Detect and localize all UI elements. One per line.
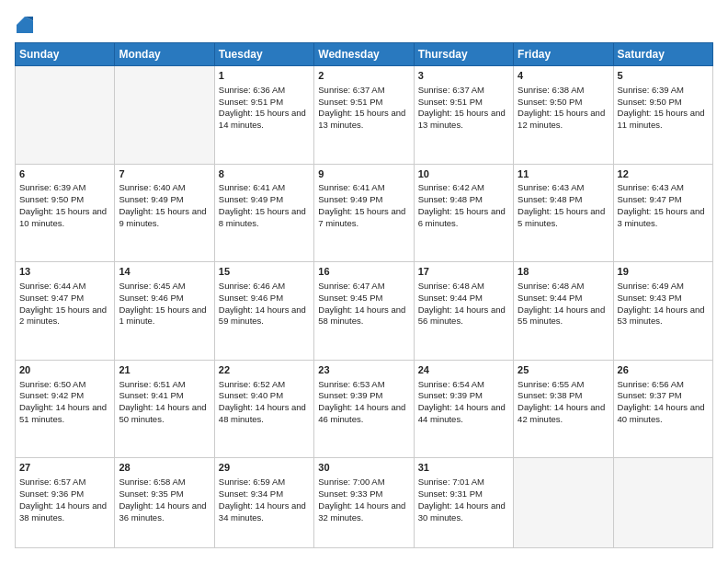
day-info: Sunrise: 6:37 AMSunset: 9:51 PMDaylight:… xyxy=(318,85,405,130)
page: SundayMondayTuesdayWednesdayThursdayFrid… xyxy=(0,0,728,563)
day-info: Sunrise: 7:00 AMSunset: 9:33 PMDaylight:… xyxy=(318,477,405,522)
calendar-cell: 2Sunrise: 6:37 AMSunset: 9:51 PMDaylight… xyxy=(314,66,414,165)
calendar-cell: 5Sunrise: 6:39 AMSunset: 9:50 PMDaylight… xyxy=(613,66,712,165)
calendar-cell: 25Sunrise: 6:55 AMSunset: 9:38 PMDayligh… xyxy=(514,360,613,458)
calendar-cell: 31Sunrise: 7:01 AMSunset: 9:31 PMDayligh… xyxy=(414,458,513,548)
day-of-week-header: Friday xyxy=(514,43,613,66)
day-info: Sunrise: 6:51 AMSunset: 9:41 PMDaylight:… xyxy=(119,379,206,424)
day-number: 20 xyxy=(19,363,110,377)
day-number: 6 xyxy=(19,167,110,181)
calendar-header-row: SundayMondayTuesdayWednesdayThursdayFrid… xyxy=(16,43,713,66)
day-number: 24 xyxy=(418,363,509,377)
day-info: Sunrise: 6:47 AMSunset: 9:45 PMDaylight:… xyxy=(318,281,405,326)
calendar-cell: 3Sunrise: 6:37 AMSunset: 9:51 PMDaylight… xyxy=(414,66,513,165)
day-number: 1 xyxy=(219,69,310,83)
calendar-cell: 30Sunrise: 7:00 AMSunset: 9:33 PMDayligh… xyxy=(314,458,414,548)
day-info: Sunrise: 6:37 AMSunset: 9:51 PMDaylight:… xyxy=(418,85,506,130)
day-number: 18 xyxy=(518,265,609,279)
calendar-cell: 22Sunrise: 6:52 AMSunset: 9:40 PMDayligh… xyxy=(214,360,313,458)
calendar-week-row: 6Sunrise: 6:39 AMSunset: 9:50 PMDaylight… xyxy=(16,164,713,262)
day-number: 16 xyxy=(318,265,409,279)
calendar-cell: 16Sunrise: 6:47 AMSunset: 9:45 PMDayligh… xyxy=(314,262,414,361)
calendar-cell: 17Sunrise: 6:48 AMSunset: 9:44 PMDayligh… xyxy=(414,262,513,361)
day-number: 4 xyxy=(518,69,609,83)
day-number: 5 xyxy=(618,69,709,83)
calendar-cell: 27Sunrise: 6:57 AMSunset: 9:36 PMDayligh… xyxy=(16,458,115,548)
day-number: 11 xyxy=(518,167,609,181)
day-info: Sunrise: 6:55 AMSunset: 9:38 PMDaylight:… xyxy=(518,379,605,424)
logo-icon xyxy=(17,17,33,33)
day-info: Sunrise: 6:46 AMSunset: 9:46 PMDaylight:… xyxy=(219,281,306,326)
day-number: 26 xyxy=(618,363,709,377)
calendar-cell: 29Sunrise: 6:59 AMSunset: 9:34 PMDayligh… xyxy=(214,458,313,548)
day-info: Sunrise: 6:58 AMSunset: 9:35 PMDaylight:… xyxy=(119,477,206,522)
day-info: Sunrise: 7:01 AMSunset: 9:31 PMDaylight:… xyxy=(418,477,506,522)
day-number: 13 xyxy=(19,265,110,279)
day-info: Sunrise: 6:50 AMSunset: 9:42 PMDaylight:… xyxy=(19,379,107,424)
calendar-cell: 28Sunrise: 6:58 AMSunset: 9:35 PMDayligh… xyxy=(115,458,214,548)
day-number: 3 xyxy=(418,69,509,83)
day-of-week-header: Thursday xyxy=(414,43,513,66)
day-info: Sunrise: 6:57 AMSunset: 9:36 PMDaylight:… xyxy=(19,477,107,522)
day-info: Sunrise: 6:42 AMSunset: 9:48 PMDaylight:… xyxy=(418,182,506,227)
calendar-cell xyxy=(613,458,712,548)
calendar-cell: 20Sunrise: 6:50 AMSunset: 9:42 PMDayligh… xyxy=(16,360,115,458)
calendar-cell: 9Sunrise: 6:41 AMSunset: 9:49 PMDaylight… xyxy=(314,164,414,262)
calendar-cell: 7Sunrise: 6:40 AMSunset: 9:49 PMDaylight… xyxy=(115,164,214,262)
day-info: Sunrise: 6:39 AMSunset: 9:50 PMDaylight:… xyxy=(19,182,107,227)
day-info: Sunrise: 6:39 AMSunset: 9:50 PMDaylight:… xyxy=(618,85,705,130)
day-number: 19 xyxy=(618,265,709,279)
calendar-cell: 6Sunrise: 6:39 AMSunset: 9:50 PMDaylight… xyxy=(16,164,115,262)
day-info: Sunrise: 6:41 AMSunset: 9:49 PMDaylight:… xyxy=(318,182,405,227)
day-number: 17 xyxy=(418,265,509,279)
day-info: Sunrise: 6:40 AMSunset: 9:49 PMDaylight:… xyxy=(119,182,206,227)
day-number: 23 xyxy=(318,363,409,377)
calendar-cell: 24Sunrise: 6:54 AMSunset: 9:39 PMDayligh… xyxy=(414,360,513,458)
day-number: 22 xyxy=(219,363,310,377)
calendar-cell: 4Sunrise: 6:38 AMSunset: 9:50 PMDaylight… xyxy=(514,66,613,165)
day-number: 14 xyxy=(119,265,210,279)
day-number: 15 xyxy=(219,265,310,279)
calendar-cell: 26Sunrise: 6:56 AMSunset: 9:37 PMDayligh… xyxy=(613,360,712,458)
day-info: Sunrise: 6:48 AMSunset: 9:44 PMDaylight:… xyxy=(418,281,506,326)
day-info: Sunrise: 6:53 AMSunset: 9:39 PMDaylight:… xyxy=(318,379,405,424)
header xyxy=(15,15,713,33)
day-info: Sunrise: 6:45 AMSunset: 9:46 PMDaylight:… xyxy=(119,281,206,326)
day-number: 8 xyxy=(219,167,310,181)
day-info: Sunrise: 6:49 AMSunset: 9:43 PMDaylight:… xyxy=(618,281,705,326)
day-info: Sunrise: 6:38 AMSunset: 9:50 PMDaylight:… xyxy=(518,85,605,130)
calendar-cell: 1Sunrise: 6:36 AMSunset: 9:51 PMDaylight… xyxy=(214,66,313,165)
calendar-cell: 12Sunrise: 6:43 AMSunset: 9:47 PMDayligh… xyxy=(613,164,712,262)
calendar-week-row: 13Sunrise: 6:44 AMSunset: 9:47 PMDayligh… xyxy=(16,262,713,361)
calendar-cell: 23Sunrise: 6:53 AMSunset: 9:39 PMDayligh… xyxy=(314,360,414,458)
day-of-week-header: Sunday xyxy=(16,43,115,66)
calendar-cell: 18Sunrise: 6:48 AMSunset: 9:44 PMDayligh… xyxy=(514,262,613,361)
day-info: Sunrise: 6:41 AMSunset: 9:49 PMDaylight:… xyxy=(219,182,306,227)
day-number: 31 xyxy=(418,461,509,475)
calendar-cell xyxy=(514,458,613,548)
calendar-cell xyxy=(16,66,115,165)
calendar-cell: 10Sunrise: 6:42 AMSunset: 9:48 PMDayligh… xyxy=(414,164,513,262)
day-number: 9 xyxy=(318,167,409,181)
calendar-week-row: 20Sunrise: 6:50 AMSunset: 9:42 PMDayligh… xyxy=(16,360,713,458)
day-number: 7 xyxy=(119,167,210,181)
day-info: Sunrise: 6:43 AMSunset: 9:47 PMDaylight:… xyxy=(618,182,705,227)
calendar-week-row: 1Sunrise: 6:36 AMSunset: 9:51 PMDaylight… xyxy=(16,66,713,165)
day-number: 27 xyxy=(19,461,110,475)
day-info: Sunrise: 6:54 AMSunset: 9:39 PMDaylight:… xyxy=(418,379,506,424)
day-of-week-header: Saturday xyxy=(613,43,712,66)
day-number: 28 xyxy=(119,461,210,475)
day-number: 21 xyxy=(119,363,210,377)
calendar-cell: 21Sunrise: 6:51 AMSunset: 9:41 PMDayligh… xyxy=(115,360,214,458)
calendar-table: SundayMondayTuesdayWednesdayThursdayFrid… xyxy=(15,42,713,548)
calendar-cell: 13Sunrise: 6:44 AMSunset: 9:47 PMDayligh… xyxy=(16,262,115,361)
calendar-cell: 15Sunrise: 6:46 AMSunset: 9:46 PMDayligh… xyxy=(214,262,313,361)
day-info: Sunrise: 6:36 AMSunset: 9:51 PMDaylight:… xyxy=(219,85,306,130)
calendar-week-row: 27Sunrise: 6:57 AMSunset: 9:36 PMDayligh… xyxy=(16,458,713,548)
day-of-week-header: Wednesday xyxy=(314,43,414,66)
calendar-cell: 14Sunrise: 6:45 AMSunset: 9:46 PMDayligh… xyxy=(115,262,214,361)
day-info: Sunrise: 6:52 AMSunset: 9:40 PMDaylight:… xyxy=(219,379,306,424)
day-of-week-header: Monday xyxy=(115,43,214,66)
day-info: Sunrise: 6:59 AMSunset: 9:34 PMDaylight:… xyxy=(219,477,306,522)
calendar-cell xyxy=(115,66,214,165)
